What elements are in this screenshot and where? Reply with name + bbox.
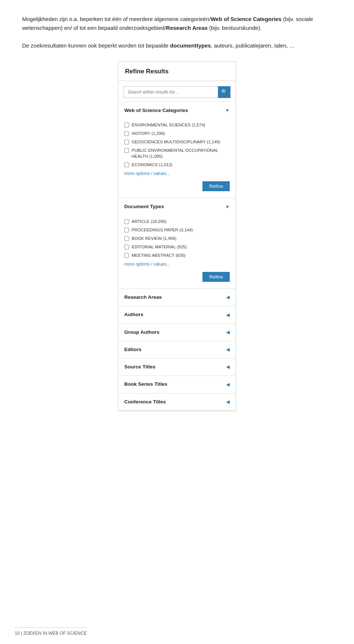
search-icon: 🔍 xyxy=(221,88,228,96)
section-research-areas: Research Areas ◀ xyxy=(118,289,236,306)
checkbox-economics[interactable] xyxy=(124,162,129,167)
checkbox-history[interactable] xyxy=(124,131,129,136)
panel-wrapper: Refine Results 🔍 Web of Science Categori… xyxy=(22,61,332,411)
section-title-wos-categories: Web of Science Categories xyxy=(124,107,188,114)
section-conference-titles: Conference Titles ◀ xyxy=(118,393,236,411)
list-item: EDITORIAL MATERIAL (925) xyxy=(124,244,230,250)
checkbox-article[interactable] xyxy=(124,219,129,224)
checkbox-label: EDITORIAL MATERIAL (925) xyxy=(132,244,187,250)
list-item: ARTICLE (18,295) xyxy=(124,218,230,224)
checkbox-label: MEETING ABSTRACT (635) xyxy=(132,252,185,258)
refine-panel-title: Refine Results xyxy=(125,68,169,75)
section-header-authors[interactable]: Authors ◀ xyxy=(118,306,236,323)
more-options-link-wos[interactable]: more options / values... xyxy=(124,170,230,177)
checkbox-label: ARTICLE (18,295) xyxy=(132,218,166,224)
checkbox-editorial[interactable] xyxy=(124,245,129,249)
section-header-wos-categories[interactable]: Web of Science Categories ▼ xyxy=(118,102,236,119)
chevron-down-icon: ▼ xyxy=(225,107,230,114)
section-group-authors: Group Authors ◀ xyxy=(118,324,236,341)
refine-button-doctypes[interactable]: Refine xyxy=(202,272,230,282)
section-source-titles: Source Titles ◀ xyxy=(118,358,236,376)
section-title-editors: Editors xyxy=(124,346,142,353)
section-editors: Editors ◀ xyxy=(118,341,236,358)
section-title-research-areas: Research Areas xyxy=(124,294,162,301)
refine-btn-row-doctypes: Refine xyxy=(124,270,230,285)
list-item: PUBLIC ENVIRONMENTAL OCCUPATIONAL HEALTH… xyxy=(124,147,230,159)
more-options-link-doctypes[interactable]: more options / values... xyxy=(124,261,230,267)
section-header-research-areas[interactable]: Research Areas ◀ xyxy=(118,289,236,306)
checkbox-label: ECONOMICS (1,012) xyxy=(132,162,173,168)
search-within-input[interactable] xyxy=(124,86,218,98)
checkbox-label: PROCEEDINGS PAPER (3,144) xyxy=(132,227,193,233)
refine-panel-header: Refine Results xyxy=(118,62,236,81)
checkbox-env-sciences[interactable] xyxy=(124,123,129,127)
refine-button-wos[interactable]: Refine xyxy=(202,181,230,191)
refine-btn-row-wos: Refine xyxy=(124,180,230,194)
list-item: ECONOMICS (1,012) xyxy=(124,162,230,168)
list-item: ENVIRONMENTAL SCIENCES (1,574) xyxy=(124,122,230,128)
section-title-source-titles: Source Titles xyxy=(124,363,156,371)
intro-paragraph-2: De zoekresultaten kunnen ook beperkt wor… xyxy=(22,41,332,50)
checkbox-public-env[interactable] xyxy=(124,148,129,153)
chevron-left-icon: ◀ xyxy=(226,294,230,301)
section-document-types: Document Types ▼ ARTICLE (18,295) PROCEE… xyxy=(118,198,236,289)
list-item: HISTORY (1,296) xyxy=(124,130,230,136)
refine-panel: Refine Results 🔍 Web of Science Categori… xyxy=(118,61,236,411)
section-body-wos-categories: ENVIRONMENTAL SCIENCES (1,574) HISTORY (… xyxy=(118,119,236,198)
list-item: MEETING ABSTRACT (635) xyxy=(124,252,230,258)
section-body-document-types: ARTICLE (18,295) PROCEEDINGS PAPER (3,14… xyxy=(118,216,236,288)
checkbox-label: PUBLIC ENVIRONMENTAL OCCUPATIONAL HEALTH… xyxy=(132,147,230,159)
section-title-group-authors: Group Authors xyxy=(124,329,160,336)
section-header-editors[interactable]: Editors ◀ xyxy=(118,341,236,358)
section-header-group-authors[interactable]: Group Authors ◀ xyxy=(118,324,236,341)
chevron-left-icon: ◀ xyxy=(226,398,230,406)
section-title-authors: Authors xyxy=(124,311,143,318)
list-item: GEOSCIENCES MULTIDISCIPLINARY (1,149) xyxy=(124,139,230,145)
chevron-left-icon: ◀ xyxy=(226,363,230,371)
section-title-document-types: Document Types xyxy=(124,203,164,210)
section-authors: Authors ◀ xyxy=(118,306,236,323)
section-header-book-series-titles[interactable]: Book Series Titles ◀ xyxy=(118,376,236,393)
checkbox-proceedings[interactable] xyxy=(124,228,129,232)
section-header-document-types[interactable]: Document Types ▼ xyxy=(118,198,236,215)
chevron-down-icon: ▼ xyxy=(225,203,230,211)
section-header-conference-titles[interactable]: Conference Titles ◀ xyxy=(118,393,236,410)
chevron-left-icon: ◀ xyxy=(226,346,230,353)
list-item: BOOK REVIEW (1,456) xyxy=(124,235,230,241)
chevron-left-icon: ◀ xyxy=(226,381,230,388)
checkbox-label: BOOK REVIEW (1,456) xyxy=(132,235,176,241)
checkbox-label: ENVIRONMENTAL SCIENCES (1,574) xyxy=(132,122,205,128)
checkbox-label: GEOSCIENCES MULTIDISCIPLINARY (1,149) xyxy=(132,139,220,145)
section-wos-categories: Web of Science Categories ▼ ENVIRONMENTA… xyxy=(118,102,236,199)
checkbox-label: HISTORY (1,296) xyxy=(132,130,165,136)
checkbox-meeting-abstract[interactable] xyxy=(124,253,129,258)
chevron-left-icon: ◀ xyxy=(226,311,230,319)
search-bar-row: 🔍 xyxy=(118,81,236,102)
chevron-left-icon: ◀ xyxy=(226,329,230,336)
intro-paragraph: Mogelijkheden zijn o.a. beperken tot één… xyxy=(22,15,332,32)
checkbox-book-review[interactable] xyxy=(124,236,129,241)
section-title-book-series-titles: Book Series Titles xyxy=(124,381,167,388)
search-within-button[interactable]: 🔍 xyxy=(218,86,230,98)
list-item: PROCEEDINGS PAPER (3,144) xyxy=(124,227,230,233)
section-title-conference-titles: Conference Titles xyxy=(124,398,166,406)
section-book-series-titles: Book Series Titles ◀ xyxy=(118,376,236,393)
section-header-source-titles[interactable]: Source Titles ◀ xyxy=(118,358,236,375)
checkbox-geosciences[interactable] xyxy=(124,140,129,144)
